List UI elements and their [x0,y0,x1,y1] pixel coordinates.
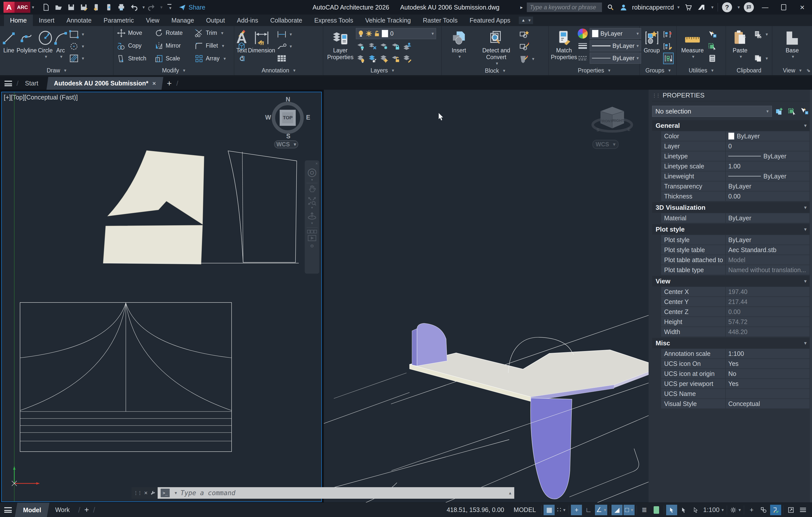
close-button[interactable]: × [795,2,810,13]
wcs-menu-3d[interactable]: WCS▾ [592,140,618,149]
tab-raster-tools[interactable]: Raster Tools [417,15,464,26]
new-layout-button[interactable]: + [82,503,91,517]
base-button[interactable]: Base ▾ [780,27,804,66]
plot-button[interactable] [116,2,127,13]
file-tabs-menu-button[interactable] [0,77,17,90]
panel-utilities-footer[interactable]: Utilities▾ [677,66,726,75]
section-3d-visualization[interactable]: 3D Visualization▾ [652,202,810,213]
text-button[interactable]: A Text ▾ [236,27,247,66]
panel-properties-footer[interactable]: Properties▾⇘ [549,66,639,75]
command-history-icon[interactable]: ▴ [509,490,511,496]
snap-toggle[interactable]: ∷▾ [556,505,567,515]
layout-menu-button[interactable] [0,507,16,513]
command-prompt-icon[interactable]: >_ [161,489,170,497]
section-view[interactable]: View▾ [652,276,810,286]
tab-work-layout[interactable]: Work [48,503,77,517]
annotation-monitor-button[interactable] [758,505,769,515]
annotation-visibility-toggle[interactable] [666,505,677,515]
save-button[interactable] [66,2,77,13]
open-from-cloud-button[interactable] [91,2,102,13]
redo-button[interactable] [146,2,157,13]
viewport-3d[interactable]: FRONT RIGHT S E WCS▾ [324,90,648,502]
group-button[interactable]: Group [642,27,662,66]
tab-annotate[interactable]: Annotate [60,15,97,26]
prop-ucs-per-viewport[interactable]: UCS per viewportYes [652,379,810,389]
block-attributes-button[interactable]: ▾ [519,53,534,65]
model-space-indicator[interactable]: MODEL [510,506,540,514]
prop-annotation-scale[interactable]: Annotation scale1:100 [652,349,810,358]
ortho-toggle[interactable]: ∟ [583,505,594,515]
tab-collaborate[interactable]: Collaborate [264,15,308,26]
navbar-collapse-icon[interactable]: ⊖ [310,243,314,249]
prop-plot-style[interactable]: Plot styleByLayer [652,235,810,245]
save-to-cloud-button[interactable] [103,2,114,13]
selection-type-combo[interactable]: No selection▾ [652,106,772,117]
tab-add-ins[interactable]: Add-ins [231,15,264,26]
restore-button[interactable] [776,2,791,13]
palette-scrollbar[interactable] [810,90,812,502]
annotation-scale-button[interactable]: 1:100▾ [702,505,725,515]
search-flyout-icon[interactable]: ▸ [520,4,523,10]
steering-wheel-icon[interactable]: ◎ [307,166,317,178]
tab-featured-apps[interactable]: Featured Apps [464,15,517,26]
command-close-icon[interactable]: × [144,489,148,496]
command-input[interactable]: >_ ▾ Type a command ▴ [157,487,514,499]
create-block-button[interactable] [519,29,534,40]
prop-linetype[interactable]: LinetypeByLayer [652,151,810,161]
array-button[interactable]: Array▾ [193,54,235,63]
grid-toggle[interactable]: ▦ [544,505,555,515]
fullscreen-toggle[interactable] [785,505,796,515]
copy-clip-button[interactable]: ▾ [754,53,768,64]
table-button[interactable] [277,53,292,64]
isodraft-toggle[interactable]: ◢ [611,505,622,515]
move-button[interactable]: Move [115,29,153,37]
match-properties-button[interactable]: Match Properties [551,27,577,66]
mirror-button[interactable]: Mirror [153,41,193,50]
undo-dropdown-icon[interactable]: ▾ [142,4,145,10]
undo-button[interactable] [128,2,139,13]
polar-tracking-toggle[interactable]: ∠▾ [595,505,607,515]
prop-color[interactable]: ColorByLayer [652,131,810,141]
detect-convert-button[interactable]: Detect and Convert ▾ [475,27,518,66]
dimension-button[interactable]: Dimension [248,27,275,66]
tab-home[interactable]: Home [4,15,33,26]
prop-ucs-name[interactable]: UCS Name [652,389,810,399]
viewcube-north[interactable]: N [286,96,290,103]
customization-button[interactable] [798,505,809,515]
showmotion-play-icon[interactable] [308,235,316,241]
quick-select-palette-button[interactable] [800,106,810,116]
toggle-pickadd-button[interactable] [775,106,784,116]
viewcube-south[interactable]: S [286,133,290,140]
navbar-close-icon[interactable]: × [316,162,318,166]
command-dropdown-icon[interactable]: ▾ [175,490,177,496]
circle-button[interactable]: Circle ▾ [38,27,53,66]
copy-button[interactable]: Copy [115,41,153,50]
lineweight-display-toggle[interactable]: ≣ [639,505,650,515]
tab-vehicle-tracking[interactable]: Vehicle Tracking [359,15,417,26]
search-input[interactable] [527,2,602,12]
redo-dropdown-icon[interactable]: ▾ [160,4,163,10]
save-as-button[interactable] [78,2,89,13]
group-selection-toggle[interactable] [663,53,674,64]
qat-customize-button[interactable]: ▾ [164,2,175,13]
account-avatar-icon[interactable] [619,3,628,12]
viewcube-top-face[interactable]: TOP [280,110,296,126]
tab-model[interactable]: Model [15,503,49,517]
prop-linetype-scale[interactable]: Linetype scale1.00 [652,162,810,171]
section-misc[interactable]: Misc▾ [652,338,810,348]
open-file-button[interactable] [53,2,64,13]
prop-material[interactable]: MaterialByLayer [652,213,810,223]
prop-transparency[interactable]: TransparencyByLayer [652,181,810,191]
viewcube-3d[interactable]: FRONT RIGHT S E [591,102,634,134]
share-button[interactable]: Share [178,3,205,11]
help-icon[interactable]: ? [722,2,732,12]
panel-block-footer[interactable]: Block▾ [442,66,548,75]
layer-select-combo[interactable]: 0 ▾ [356,28,436,39]
viewport-top-2d[interactable]: [+][Top][Conceptual (Fast)] [1,92,322,502]
navigation-bar[interactable]: × ◎ ▾ ▾ ▾ ⊖ [305,161,319,274]
measure-button[interactable]: Measure ▾ [679,27,706,66]
leader-button[interactable]: ▾ [277,40,292,52]
wcs-menu[interactable]: WCS▾ [274,140,298,148]
panel-draw-footer[interactable]: Draw▾ [0,66,113,75]
layer-match-button[interactable] [368,53,378,64]
